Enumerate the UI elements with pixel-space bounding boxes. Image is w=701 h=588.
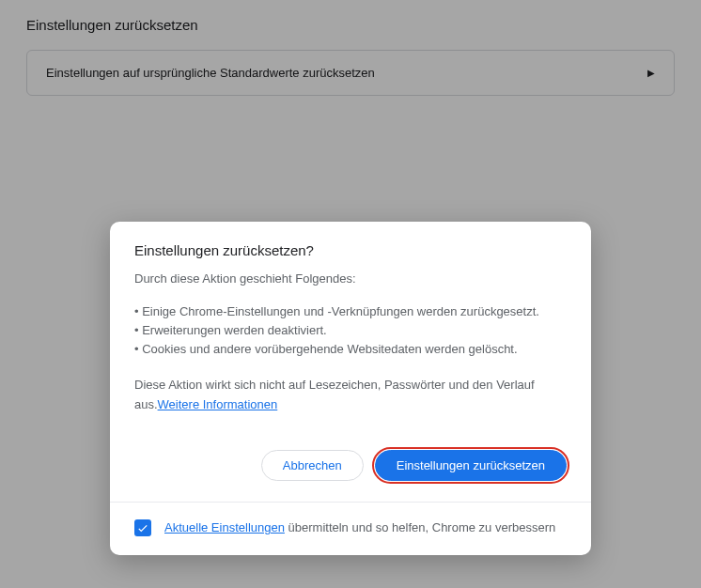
dialog-bullet: • Cookies und andere vorübergehende Webs…: [134, 340, 567, 359]
check-icon: [136, 521, 149, 534]
dialog-bullet: • Erweiterungen werden deaktiviert.: [134, 321, 567, 340]
dialog-title: Einstellungen zurücksetzen?: [134, 242, 567, 258]
modal-overlay: Einstellungen zurücksetzen? Durch diese …: [0, 0, 701, 588]
current-settings-link[interactable]: Aktuelle Einstellungen: [164, 520, 285, 534]
learn-more-link[interactable]: Weitere Informationen: [158, 397, 278, 411]
report-settings-checkbox[interactable]: [134, 519, 151, 536]
confirm-reset-button[interactable]: Einstellungen zurücksetzen: [375, 450, 567, 481]
dialog-bullet: • Einige Chrome-Einstellungen und -Verkn…: [134, 302, 567, 321]
report-settings-rest: übermitteln und so helfen, Chrome zu ver…: [285, 520, 555, 534]
cancel-button[interactable]: Abbrechen: [261, 450, 364, 481]
dialog-bullet-list: • Einige Chrome-Einstellungen und -Verkn…: [134, 302, 567, 359]
dialog-lead: Durch diese Aktion geschieht Folgendes:: [134, 271, 567, 286]
reset-dialog: Einstellungen zurücksetzen? Durch diese …: [110, 222, 591, 555]
report-settings-label: Aktuelle Einstellungen übermitteln und s…: [164, 520, 555, 534]
dialog-footnote: Diese Aktion wirkt sich nicht auf Leseze…: [134, 376, 567, 413]
